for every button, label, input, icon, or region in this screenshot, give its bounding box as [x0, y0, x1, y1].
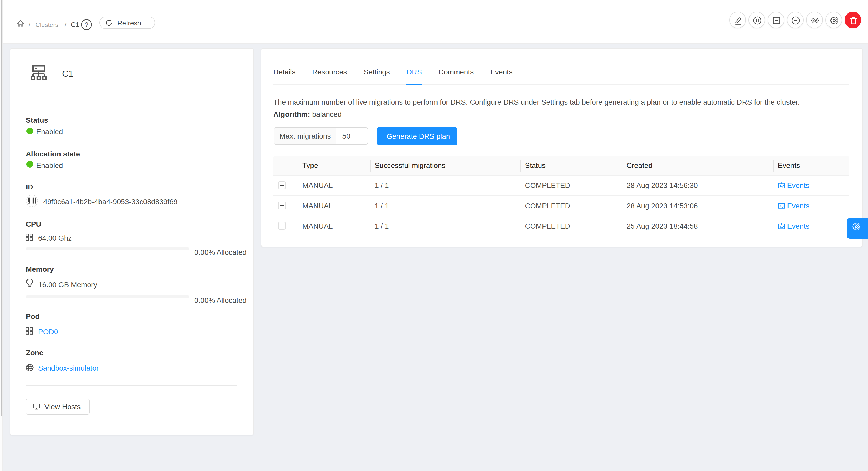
- svg-text:?: ?: [85, 21, 88, 28]
